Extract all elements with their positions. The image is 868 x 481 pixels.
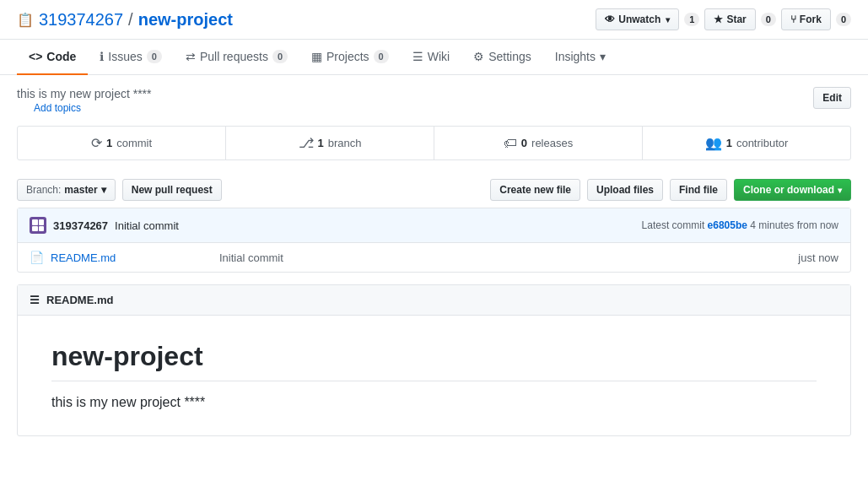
tab-code-label: Code [46,50,76,63]
repo-stats: ⟳ 1 commit ⎇ 1 branch 🏷 0 releases 👥 1 c… [17,126,851,160]
commits-icon: ⟳ [91,135,102,151]
eye-icon: 👁 [605,14,615,25]
issues-icon: ℹ [100,50,104,63]
tab-settings-label: Settings [488,50,531,63]
tab-code[interactable]: <> Code [17,40,88,75]
branch-right: Create new file Upload files Find file C… [490,179,851,201]
commit-avatar [30,217,46,234]
commit-author[interactable]: 319374267 [53,219,108,232]
wiki-icon: ☰ [412,50,423,63]
clone-caret: ▾ [838,186,842,195]
code-icon: <> [29,50,42,63]
upload-files-button[interactable]: Upload files [587,179,663,201]
readme-content: this is my new project **** [51,395,817,410]
branch-selector[interactable]: Branch: master ▾ [17,179,116,201]
avatar-cell-2 [39,219,45,225]
fork-button[interactable]: ⑂ Fork [781,8,831,30]
repo-tabs: <> Code ℹ Issues 0 ⇄ Pull requests 0 ▦ P… [0,40,868,75]
new-pull-request-button[interactable]: New pull request [122,179,222,201]
branch-label: Branch: [26,184,61,196]
branch-left: Branch: master ▾ New pull request [17,179,222,201]
avatar-cell-4 [39,226,45,232]
commit-info-left: 319374267 Initial commit [30,217,179,234]
stat-commits[interactable]: ⟳ 1 commit [18,127,226,159]
tab-wiki-label: Wiki [428,50,450,63]
contributors-count: 1 [726,137,732,149]
releases-count: 0 [521,137,527,149]
stat-contributors[interactable]: 👥 1 contributor [643,127,850,159]
repo-header: 📋 319374267 / new-project 👁 Unwatch ▾ 1 … [0,0,868,40]
avatar-cell-3 [32,226,38,232]
readme-body: new-project this is my new project **** [18,316,850,435]
readme-icon: ☰ [30,294,40,306]
fork-icon: ⑂ [790,14,796,25]
table-row: 📄 README.md Initial commit just now [18,243,850,272]
file-icon: 📄 [30,251,44,264]
tab-pr-label: Pull requests [200,50,268,63]
clone-or-download-button[interactable]: Clone or download ▾ [734,179,851,201]
star-label: Star [726,14,746,25]
tab-issues-label: Issues [108,50,142,63]
settings-icon: ⚙ [473,50,484,63]
tab-insights-label: Insights [555,50,596,63]
create-new-file-button[interactable]: Create new file [490,179,580,201]
readme-filename: README.md [46,294,113,306]
projects-badge: 0 [374,50,389,63]
stat-releases[interactable]: 🏷 0 releases [434,127,643,159]
projects-icon: ▦ [311,50,322,63]
tab-settings[interactable]: ⚙ Settings [461,40,543,75]
avatar-grid [32,219,44,231]
tab-pull-requests[interactable]: ⇄ Pull requests 0 [174,40,299,75]
repo-name[interactable]: new-project [138,10,233,30]
fork-count: 0 [836,13,851,26]
pr-badge: 0 [272,50,288,63]
star-button[interactable]: ★ Star [704,8,755,30]
watch-button[interactable]: 👁 Unwatch ▾ [596,8,679,30]
tab-insights[interactable]: Insights ▾ [543,40,617,75]
tab-projects[interactable]: ▦ Projects 0 [299,40,401,75]
branches-count: 1 [318,137,324,149]
separator: / [128,10,133,30]
issues-badge: 0 [147,50,162,63]
edit-description-button[interactable]: Edit [813,87,851,109]
commits-count: 1 [106,137,112,149]
fork-label: Fork [800,14,822,25]
repo-description: this is my new project **** [17,87,152,100]
add-topics-link[interactable]: Add topics [34,102,81,114]
latest-commit-row: 319374267 Initial commit Latest commit e… [18,208,850,243]
file-table: 319374267 Initial commit Latest commit e… [17,208,851,273]
branch-bar: Branch: master ▾ New pull request Create… [0,172,868,208]
star-count: 0 [761,13,776,26]
watch-caret: ▾ [666,15,670,24]
pr-icon: ⇄ [186,50,196,63]
find-file-button[interactable]: Find file [670,179,727,201]
stat-branches[interactable]: ⎇ 1 branch [226,127,434,159]
repo-owner[interactable]: 319374267 [39,10,123,30]
branches-label: branch [328,137,362,149]
contributors-icon: 👥 [705,135,722,151]
file-name[interactable]: README.md [51,251,219,264]
repo-description-area: this is my new project **** Add topics E… [0,75,868,126]
commit-message: Initial commit [115,219,179,232]
contributors-label: contributor [736,137,788,149]
branch-name: master [64,184,97,196]
avatar-cell-1 [32,219,38,225]
branches-icon: ⎇ [299,135,314,151]
watch-label: Unwatch [618,14,660,25]
book-icon: 📋 [17,12,34,28]
branch-caret: ▾ [101,184,106,196]
commit-time: 4 minutes from now [750,219,838,231]
releases-label: releases [531,137,573,149]
repo-title: 📋 319374267 / new-project [17,10,233,30]
star-icon: ★ [714,14,723,25]
releases-icon: 🏷 [504,136,517,151]
readme-section: ☰ README.md new-project this is my new p… [17,284,851,436]
file-commit-message: Initial commit [219,251,798,264]
commit-hash[interactable]: e6805be [708,219,747,231]
commits-label: commit [116,137,152,149]
tab-wiki[interactable]: ☰ Wiki [401,40,461,75]
tab-issues[interactable]: ℹ Issues 0 [88,40,174,75]
commit-info-right: Latest commit e6805be 4 minutes from now [642,219,838,231]
tab-projects-label: Projects [326,50,369,63]
repo-actions: 👁 Unwatch ▾ 1 ★ Star 0 ⑂ Fork 0 [596,8,851,30]
